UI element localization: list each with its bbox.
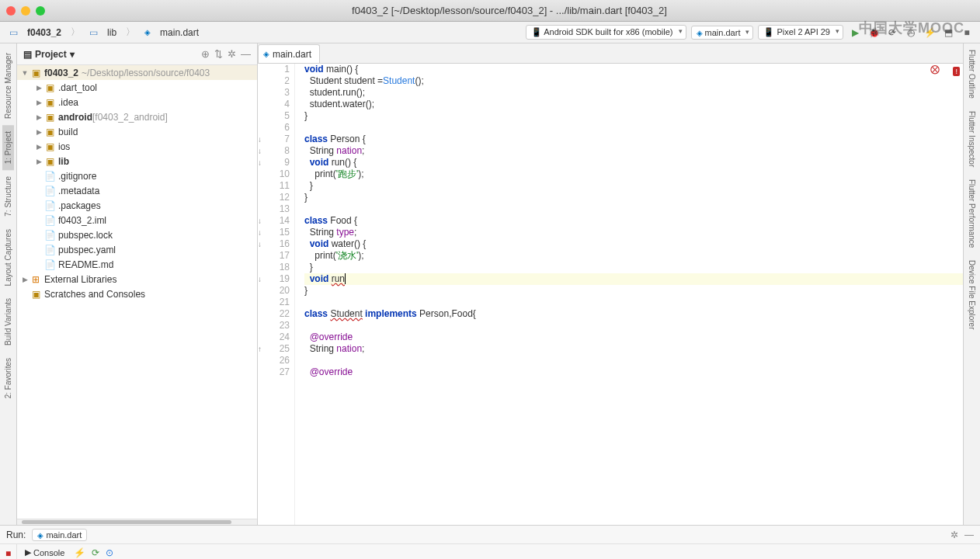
tree-root[interactable]: ▼▣f0403_2~/Desktop/lesson/source/f0403 <box>17 65 257 80</box>
code-line[interactable]: } <box>304 110 963 122</box>
code-line[interactable]: } <box>304 192 963 203</box>
breadcrumb-file[interactable]: main.dart <box>157 26 202 40</box>
tree-scratches[interactable]: ▣Scratches and Consoles <box>17 286 257 301</box>
line-number[interactable]: ●↑25 <box>258 343 290 355</box>
code-editor[interactable]: 123456●↓7●↓8●↓910111213●↓14●↓15●↓161718●… <box>258 64 963 525</box>
settings-icon[interactable]: ✲ <box>228 48 236 60</box>
line-number[interactable]: 13 <box>258 203 290 215</box>
tree-item[interactable]: ▶▣ios <box>17 139 257 154</box>
code-line[interactable] <box>304 297 963 308</box>
breadcrumb-root[interactable]: f0403_2 <box>24 26 64 40</box>
line-number[interactable]: 20 <box>258 285 290 297</box>
line-number[interactable]: ●↓19 <box>258 273 290 285</box>
code-line[interactable]: student.run(); <box>304 87 963 99</box>
line-number[interactable]: 3 <box>258 87 290 99</box>
tree-item[interactable]: 📄f0403_2.iml <box>17 213 257 227</box>
line-number[interactable]: 26 <box>258 355 290 366</box>
tree-item[interactable]: 📄.gitignore <box>17 168 257 183</box>
minimize-icon[interactable] <box>21 6 30 16</box>
code-line[interactable]: class Food { <box>304 215 963 227</box>
code-line[interactable] <box>304 203 963 215</box>
code-line[interactable]: } <box>304 180 963 192</box>
sidebar-tab-favorites[interactable]: 2: Favorites <box>2 352 14 404</box>
project-tree[interactable]: ▼▣f0403_2~/Desktop/lesson/source/f0403▶▣… <box>17 65 257 519</box>
gear-icon[interactable]: ✲ <box>950 529 958 540</box>
line-number[interactable]: 23 <box>258 320 290 332</box>
code-line[interactable]: print('浇水'); <box>304 250 963 262</box>
project-panel-title[interactable]: ▤ Project ▾ <box>23 49 75 60</box>
sidebar-tab-flutter-outline[interactable]: Flutter Outline <box>966 43 978 105</box>
tree-item[interactable]: ▶▣android [f0403_2_android] <box>17 109 257 124</box>
restart-icon[interactable]: ⟳ <box>92 547 99 558</box>
locate-icon[interactable]: ⊕ <box>201 48 210 60</box>
code-line[interactable]: } <box>304 285 963 297</box>
stop-button[interactable]: ■ <box>2 547 15 559</box>
sidebar-tab-flutter-performance[interactable]: Flutter Performance <box>966 173 978 254</box>
line-number[interactable]: ●↓9 <box>258 157 290 168</box>
close-icon[interactable] <box>6 6 16 16</box>
line-number[interactable]: 1 <box>258 64 290 75</box>
code-line[interactable]: void main() { <box>304 64 963 75</box>
code-line[interactable]: print('跑步'); <box>304 168 963 180</box>
error-stripe-icon[interactable]: ! <box>953 65 960 78</box>
device-selector[interactable]: 📱 Android SDK built for x86 (mobile) <box>526 25 686 40</box>
line-number[interactable]: 17 <box>258 250 290 262</box>
breadcrumb-dir[interactable]: lib <box>104 26 120 40</box>
line-number[interactable]: 22 <box>258 308 290 320</box>
line-number[interactable]: 2 <box>258 75 290 87</box>
sidebar-tab-project[interactable]: 1: Project <box>2 125 14 170</box>
line-number[interactable]: 10 <box>258 168 290 180</box>
line-number[interactable]: ●↓8 <box>258 145 290 157</box>
window-controls[interactable] <box>6 6 45 16</box>
code-line[interactable]: student.water(); <box>304 99 963 110</box>
code-line[interactable]: Student student =Student(); <box>304 75 963 87</box>
code-line[interactable]: String type; <box>304 227 963 238</box>
run-config-selector[interactable]: ◈ main.dart <box>691 26 754 40</box>
sidebar-tab-structure[interactable]: 7: Structure <box>2 170 14 223</box>
hide-icon[interactable]: — <box>964 529 974 540</box>
tree-item[interactable]: ▶▣build <box>17 124 257 139</box>
tree-item[interactable]: ▶▣.dart_tool <box>17 80 257 95</box>
code-line[interactable]: void run <box>304 273 963 285</box>
sidebar-tab-resource-manager[interactable]: Resource Manager <box>2 47 14 125</box>
line-gutter[interactable]: 123456●↓7●↓8●↓910111213●↓14●↓15●↓161718●… <box>258 64 295 525</box>
code-line[interactable] <box>304 320 963 332</box>
line-number[interactable]: 24 <box>258 332 290 343</box>
code-line[interactable]: String nation; <box>304 343 963 355</box>
code-line[interactable]: String nation; <box>304 145 963 157</box>
tree-item[interactable]: 📄README.md <box>17 257 257 272</box>
editor-tab[interactable]: ◈ main.dart <box>258 44 320 63</box>
code-line[interactable]: ⨂} <box>304 262 963 273</box>
line-number[interactable]: 6 <box>258 122 290 134</box>
code-line[interactable]: void water() { <box>304 238 963 250</box>
expand-icon[interactable]: ⇅ <box>214 48 223 60</box>
sidebar-tab-flutter-inspector[interactable]: Flutter Inspector <box>966 105 978 173</box>
console-tab[interactable]: ▶ Console <box>22 546 68 559</box>
line-number[interactable]: 4 <box>258 99 290 110</box>
breadcrumb[interactable]: ▭ f0403_2 〉 ▭ lib 〉 ◈ main.dart <box>6 24 202 40</box>
sidebar-tab-build-variants[interactable]: Build Variants <box>2 292 14 352</box>
maximize-icon[interactable] <box>36 6 45 16</box>
sidebar-tab-layout-captures[interactable]: Layout Captures <box>2 223 14 292</box>
line-number[interactable]: 12 <box>258 192 290 203</box>
open-devtools-icon[interactable]: ⊙ <box>106 547 113 558</box>
line-number[interactable]: ●↓15 <box>258 227 290 238</box>
line-number[interactable]: ●↓16 <box>258 238 290 250</box>
code-line[interactable]: @override <box>304 332 963 343</box>
line-number[interactable]: ●↓7 <box>258 134 290 145</box>
line-number[interactable]: 27 <box>258 366 290 378</box>
sidebar-tab-device-file-explorer[interactable]: Device File Explorer <box>966 254 978 335</box>
hide-icon[interactable]: — <box>241 48 251 60</box>
hot-reload-icon[interactable]: ⚡ <box>74 547 85 558</box>
emulator-selector[interactable]: 📱 Pixel 2 API 29 <box>758 25 843 40</box>
tree-item[interactable]: 📄pubspec.yaml <box>17 242 257 257</box>
code-line[interactable]: class Person { <box>304 134 963 145</box>
horizontal-scrollbar[interactable] <box>17 519 257 525</box>
line-number[interactable]: 11 <box>258 180 290 192</box>
code-content[interactable]: void main() { Student student =Student()… <box>295 64 963 525</box>
code-line[interactable] <box>304 122 963 134</box>
line-number[interactable]: 18 <box>258 262 290 273</box>
code-line[interactable] <box>304 355 963 366</box>
line-number[interactable]: 21 <box>258 297 290 308</box>
run-config-tab[interactable]: ◈ main.dart <box>32 529 87 541</box>
